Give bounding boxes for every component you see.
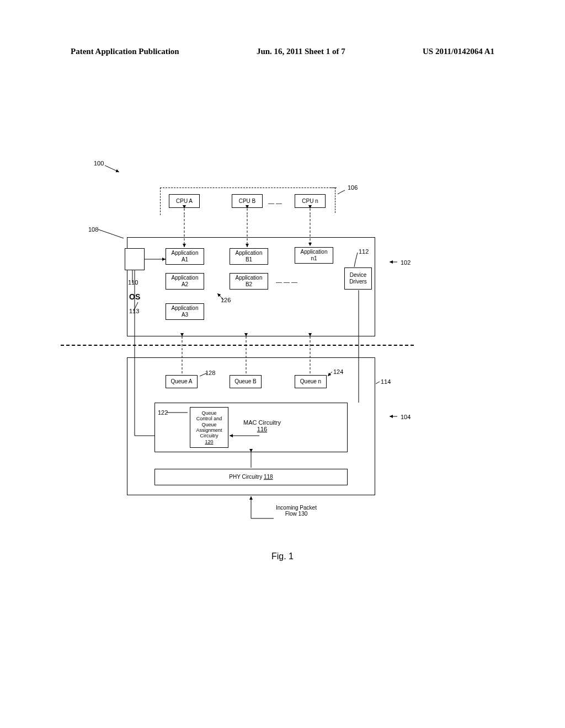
queue-control-circuitry: Queue Control and Queue Assignment Circu… xyxy=(190,407,228,448)
ref-114: 114 xyxy=(381,378,391,385)
os-label: OS xyxy=(129,292,140,301)
qc-text: Queue Control and Queue Assignment Circu… xyxy=(196,410,222,439)
app-b1: Application B1 xyxy=(230,248,268,265)
mac-label-wrap: MAC Circuitry 116 xyxy=(237,419,287,432)
ref-120: 120 xyxy=(205,439,213,445)
cpu-group-box-right xyxy=(330,188,335,213)
page-header: Patent Application Publication Jun. 16, … xyxy=(0,47,565,56)
ref-112: 112 xyxy=(359,248,369,255)
ref-128: 128 xyxy=(205,370,215,376)
header-left: Patent Application Publication xyxy=(71,47,179,56)
small-left-box xyxy=(125,248,145,270)
svg-line-1 xyxy=(98,229,124,238)
ref-104: 104 xyxy=(401,414,411,420)
ref-126: 126 xyxy=(221,297,231,303)
cpu-n: CPU n xyxy=(295,194,326,208)
queue-b: Queue B xyxy=(230,375,262,388)
phy-label: PHY Circuitry xyxy=(229,474,264,480)
device-drivers: Device Drivers xyxy=(344,267,372,290)
ref-122: 122 xyxy=(158,409,168,416)
ref-116: 116 xyxy=(257,426,267,432)
ref-100: 100 xyxy=(94,160,104,167)
header-right: US 2011/0142064 A1 xyxy=(423,47,494,56)
phy-circuitry: PHY Circuitry 118 xyxy=(154,469,348,485)
mac-label: MAC Circuitry xyxy=(243,419,281,426)
queue-n: Queue n xyxy=(295,375,327,388)
app-ellipsis: — — — xyxy=(276,279,297,285)
cpu-b: CPU B xyxy=(232,194,263,208)
ref-124: 124 xyxy=(333,368,343,375)
app-a2: Application A2 xyxy=(166,273,204,290)
app-b2: Application B2 xyxy=(230,273,268,290)
ref-108: 108 xyxy=(88,226,98,233)
app-a3: Application A3 xyxy=(166,303,204,320)
hw-sw-divider xyxy=(61,345,414,346)
ref-118: 118 xyxy=(264,474,273,480)
ref-102: 102 xyxy=(401,259,411,266)
cpu-a: CPU A xyxy=(169,194,200,208)
cpu-ellipsis: — — xyxy=(268,200,282,206)
figure-1-diagram: 100 CPU A CPU B CPU n — — 106 108 110 OS… xyxy=(83,160,480,524)
app-a1: Application A1 xyxy=(166,248,204,265)
svg-line-0 xyxy=(105,165,119,172)
figure-caption: Fig. 1 xyxy=(0,552,565,561)
ref-113: 113 xyxy=(129,308,139,314)
queue-a: Queue A xyxy=(166,375,198,388)
ref-110: 110 xyxy=(128,279,138,286)
header-center: Jun. 16, 2011 Sheet 1 of 7 xyxy=(257,47,345,56)
ref-106: 106 xyxy=(348,184,358,191)
app-n1: Application n1 xyxy=(295,247,333,264)
incoming-flow-label: Incoming Packet Flow 130 xyxy=(276,505,317,517)
